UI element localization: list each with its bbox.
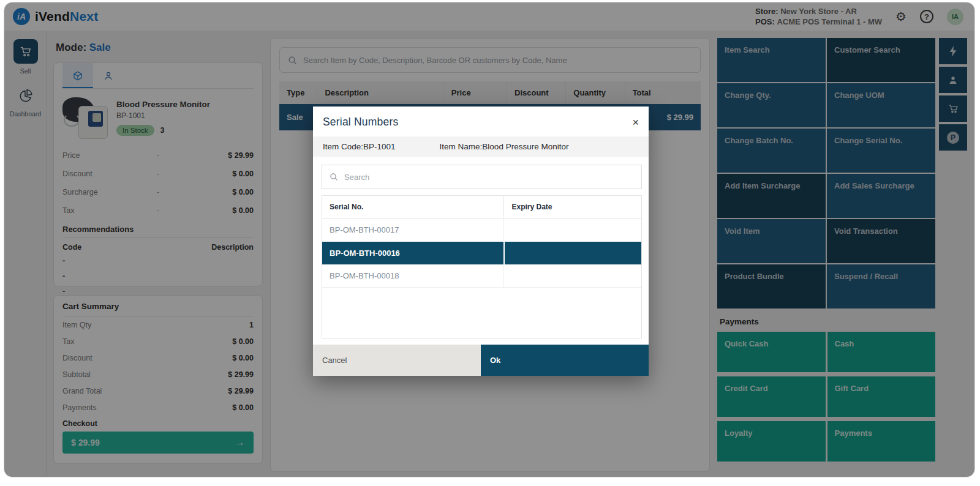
modal-item-info: Item Code:BP-1001 Item Name:Blood Pressu…	[313, 136, 649, 157]
app-window: iA iVendNext Store: New York Store - AR …	[4, 2, 975, 477]
serial-no-cell: BP-OM-BTH-00016	[322, 242, 504, 265]
serial-no-cell: BP-OM-BTH-00018	[322, 264, 504, 288]
ok-button[interactable]: Ok	[481, 345, 649, 376]
col-expiry-date: Expiry Date	[504, 196, 641, 219]
serial-row-selected[interactable]: BP-OM-BTH-00016	[322, 242, 641, 265]
serial-table-container: Serial No. Expiry Date BP-OM-BTH-00017 B…	[322, 195, 642, 338]
col-serial-no: Serial No.	[322, 196, 504, 219]
serial-table: Serial No. Expiry Date BP-OM-BTH-00017 B…	[322, 196, 641, 288]
item-name-label: Item Name:	[440, 142, 483, 151]
modal-title: Serial Numbers	[323, 116, 398, 129]
serial-table-header: Serial No. Expiry Date	[322, 196, 641, 219]
serial-numbers-modal: Serial Numbers × Item Code:BP-1001 Item …	[313, 107, 649, 376]
serial-row[interactable]: BP-OM-BTH-00017	[322, 219, 641, 242]
search-icon	[329, 172, 339, 182]
expiry-date-cell	[504, 242, 641, 265]
serial-no-cell: BP-OM-BTH-00017	[322, 219, 504, 242]
expiry-date-cell	[504, 264, 641, 288]
item-code-label: Item Code:	[323, 142, 363, 151]
expiry-date-cell	[504, 219, 641, 242]
item-code-value: BP-1001	[363, 142, 396, 151]
serial-search-bar[interactable]	[322, 165, 642, 189]
item-name-value: Blood Pressure Monitor	[482, 142, 568, 151]
serial-search-input[interactable]	[344, 173, 635, 182]
serial-row[interactable]: BP-OM-BTH-00018	[322, 264, 641, 288]
cancel-button[interactable]: Cancel	[313, 345, 481, 376]
close-icon[interactable]: ×	[632, 117, 639, 128]
